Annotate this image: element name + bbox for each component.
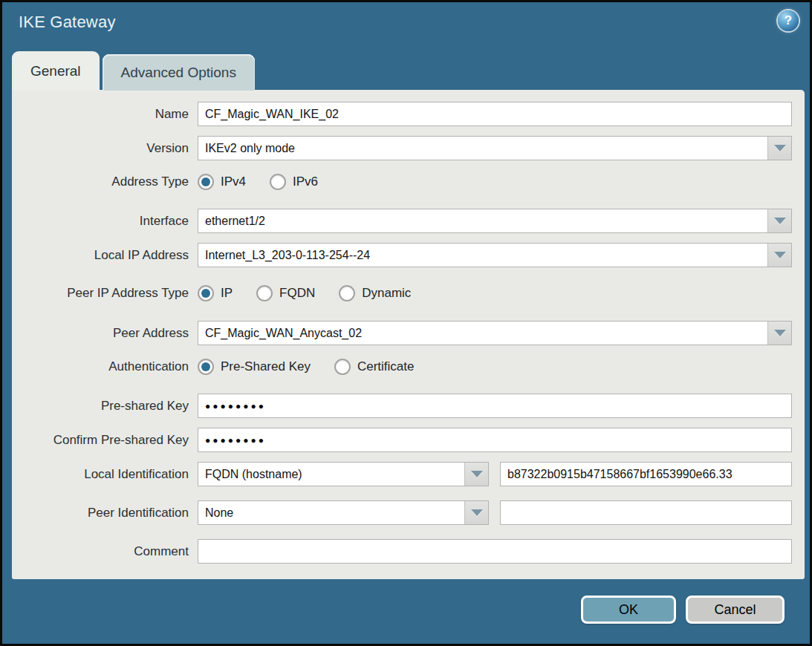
version-label: Version: [12, 141, 198, 156]
peer-address-label: Peer Address: [12, 326, 198, 341]
radio-ipv4[interactable]: IPv4: [198, 174, 246, 190]
field-row-version: Version IKEv2 only mode: [12, 136, 805, 160]
local-identification-dropdown-button[interactable]: [464, 463, 488, 486]
peer-identification-label: Peer Identification: [12, 506, 198, 521]
peer-ip-type-radio-group: IP FQDN Dynamic: [198, 285, 435, 301]
radio-dynamic[interactable]: Dynamic: [339, 285, 411, 301]
chevron-down-icon: [774, 330, 786, 336]
authentication-radio-group: Pre-Shared Key Certificate: [198, 359, 438, 375]
field-row-peer-ip-type: Peer IP Address Type IP FQDN Dynamic: [12, 284, 805, 303]
field-row-comment: Comment: [12, 539, 805, 564]
chevron-down-icon: [774, 218, 786, 224]
version-dropdown-button[interactable]: [767, 137, 791, 160]
version-value: IKEv2 only mode: [198, 137, 767, 160]
interface-value: ethernet1/2: [198, 209, 767, 232]
field-row-pre-shared-key: Pre-shared Key: [12, 394, 805, 418]
general-tab-panel: Name Version IKEv2 only mode Address Typ…: [12, 90, 805, 579]
field-row-authentication: Authentication Pre-Shared Key Certificat…: [12, 357, 805, 376]
field-row-interface: Interface ethernet1/2: [12, 209, 805, 233]
page-title: IKE Gateway: [19, 13, 116, 32]
local-ip-label: Local IP Address: [12, 248, 198, 263]
radio-ipv6-label: IPv6: [293, 174, 318, 189]
confirm-pre-shared-key-label: Confirm Pre-shared Key: [12, 433, 198, 448]
radio-fqdn[interactable]: FQDN: [256, 285, 315, 301]
peer-identification-dropdown-button[interactable]: [464, 501, 488, 524]
radio-selected-icon: [198, 174, 214, 190]
local-ip-dropdown[interactable]: Internet_L3_203-0-113-254--24: [198, 243, 792, 267]
field-row-confirm-pre-shared-key: Confirm Pre-shared Key: [12, 428, 805, 452]
ok-button[interactable]: OK: [581, 596, 676, 624]
radio-unselected-icon: [256, 285, 273, 301]
radio-fqdn-label: FQDN: [279, 286, 315, 301]
peer-ip-type-label: Peer IP Address Type: [12, 286, 198, 301]
radio-ip[interactable]: IP: [198, 285, 233, 301]
peer-identification-value-input[interactable]: [500, 500, 792, 525]
name-label: Name: [12, 107, 198, 122]
local-ip-value: Internet_L3_203-0-113-254--24: [198, 244, 767, 267]
radio-selected-icon: [198, 359, 214, 375]
name-input[interactable]: [198, 102, 792, 126]
field-row-local-ip: Local IP Address Internet_L3_203-0-113-2…: [12, 243, 805, 267]
peer-address-dropdown-button[interactable]: [767, 322, 791, 345]
tab-advanced-options[interactable]: Advanced Options: [103, 54, 255, 91]
chevron-down-icon: [774, 252, 786, 258]
chevron-down-icon: [774, 145, 786, 151]
local-identification-value-input[interactable]: [500, 462, 792, 486]
interface-dropdown-button[interactable]: [767, 209, 791, 232]
radio-certificate-label: Certificate: [357, 359, 415, 374]
radio-ip-label: IP: [221, 286, 233, 301]
field-row-local-identification: Local Identification FQDN (hostname): [12, 462, 805, 486]
address-type-radio-group: IPv4 IPv6: [198, 174, 342, 190]
pre-shared-key-label: Pre-shared Key: [12, 399, 198, 414]
interface-dropdown[interactable]: ethernet1/2: [198, 209, 792, 233]
peer-address-dropdown[interactable]: CF_Magic_WAN_Anycast_02: [198, 321, 792, 345]
tab-bar: General Advanced Options: [12, 51, 255, 91]
local-identification-type-dropdown[interactable]: FQDN (hostname): [198, 462, 489, 486]
field-row-name: Name: [12, 102, 805, 126]
tab-general[interactable]: General: [12, 51, 100, 91]
confirm-pre-shared-key-input[interactable]: [198, 428, 792, 452]
pre-shared-key-input[interactable]: [198, 394, 792, 418]
peer-address-value: CF_Magic_WAN_Anycast_02: [198, 322, 767, 345]
radio-unselected-icon: [334, 359, 351, 375]
interface-label: Interface: [12, 214, 198, 229]
peer-identification-type-dropdown[interactable]: None: [198, 500, 489, 525]
help-icon[interactable]: ?: [778, 10, 799, 31]
ike-gateway-dialog: IKE Gateway ? General Advanced Options N…: [2, 2, 810, 644]
version-dropdown[interactable]: IKEv2 only mode: [198, 136, 792, 160]
comment-label: Comment: [12, 544, 198, 559]
comment-input[interactable]: [198, 539, 792, 564]
radio-selected-icon: [198, 285, 214, 301]
authentication-label: Authentication: [12, 359, 198, 374]
dialog-footer: OK Cancel: [581, 596, 785, 624]
peer-identification-type-value: None: [198, 501, 464, 524]
local-identification-label: Local Identification: [12, 467, 198, 482]
field-row-address-type: Address Type IPv4 IPv6: [12, 172, 805, 192]
radio-dynamic-label: Dynamic: [362, 286, 411, 301]
radio-ipv6[interactable]: IPv6: [270, 174, 318, 190]
cancel-button[interactable]: Cancel: [686, 596, 785, 624]
radio-ipv4-label: IPv4: [221, 174, 246, 189]
chevron-down-icon: [471, 509, 483, 516]
field-row-peer-identification: Peer Identification None: [12, 500, 805, 525]
chevron-down-icon: [471, 471, 483, 477]
local-ip-dropdown-button[interactable]: [767, 244, 791, 267]
local-identification-type-value: FQDN (hostname): [198, 463, 464, 486]
radio-certificate[interactable]: Certificate: [334, 359, 415, 375]
radio-unselected-icon: [339, 285, 355, 301]
radio-pre-shared-key-label: Pre-Shared Key: [221, 359, 311, 374]
field-row-peer-address: Peer Address CF_Magic_WAN_Anycast_02: [12, 321, 805, 345]
radio-unselected-icon: [270, 174, 286, 190]
radio-pre-shared-key[interactable]: Pre-Shared Key: [198, 359, 311, 375]
address-type-label: Address Type: [12, 174, 198, 189]
